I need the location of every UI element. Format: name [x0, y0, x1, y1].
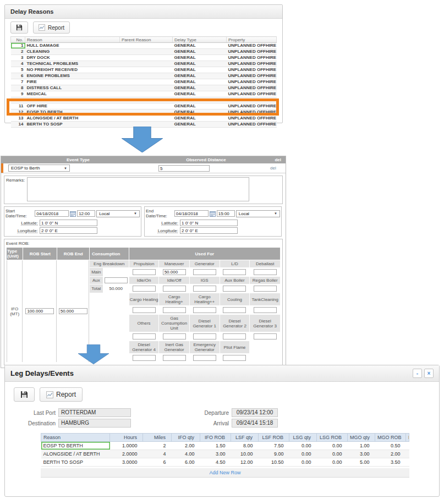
leg-col-mgo-qty[interactable]: MGO qty [348, 434, 375, 442]
aux-eng-breakdown-input[interactable] [105, 277, 128, 283]
delay-reason-row[interactable]: 2CLEANINGGENERALUNPLANNED OFFHIRE [11, 49, 277, 55]
cell-reason: DISTRESS CALL [25, 85, 120, 91]
cell-reason: DRY DOCK [25, 55, 120, 61]
leg-col-mgo-rob[interactable]: MGO ROB [375, 434, 406, 442]
rob-usedfor-input[interactable] [223, 269, 246, 275]
leg-col-ifo-rob[interactable]: IFO ROB [200, 434, 231, 442]
delay-reason-row[interactable]: 4TECHNICAL PROBLEMSGENERALUNPLANNED OFFH… [11, 61, 277, 67]
delay-reason-row[interactable]: 10REPAIRSGENERALUNPLANNED OFFHIRE [11, 97, 277, 103]
remarks-label: Remarks: [6, 177, 27, 202]
start-timezone-select[interactable]: Local ▼ [96, 210, 140, 217]
observed-distance-header: Observed Distance [155, 157, 257, 162]
remarks-textarea[interactable] [27, 177, 249, 201]
minimize-button[interactable]: - [413, 369, 422, 378]
rob-end-input[interactable] [59, 308, 87, 314]
rob-usedfor-input[interactable] [163, 286, 186, 292]
del-link[interactable]: del [270, 166, 276, 171]
cell-no: 14 [11, 122, 25, 128]
rob-usedfor-input[interactable] [163, 307, 186, 313]
col-delay-type[interactable]: Delay Type [173, 37, 227, 43]
leg-col-reason[interactable]: Reason [41, 434, 110, 442]
leg-col-hours[interactable]: Hours [110, 434, 143, 442]
rob-usedfor-input[interactable] [193, 355, 216, 361]
leg-table-row[interactable]: EOSP TO BERTH1.000022.001.508.007.500.00… [41, 442, 409, 450]
delay-reason-row[interactable]: 5NO FREIGHT RECEIVEDGENERALUNPLANNED OFF… [11, 67, 277, 73]
delay-reason-row[interactable]: 8DISTRESS CALLGENERALUNPLANNED OFFHIRE [11, 85, 277, 91]
cell-reason: REPAIRS [25, 97, 120, 103]
rob-usedfor-input[interactable] [254, 307, 277, 313]
rob-usedfor-label: Inert Gas Generator [159, 341, 189, 353]
start-time-input[interactable] [77, 210, 95, 217]
report-button-label: Report [56, 391, 76, 398]
end-timezone-selected: Local [239, 211, 249, 216]
observed-distance-input[interactable] [158, 165, 210, 172]
rob-usedfor-input[interactable] [193, 333, 216, 339]
start-longitude-input[interactable] [40, 227, 97, 234]
col-no[interactable]: No. [11, 37, 25, 43]
rob-usedfor-input[interactable] [193, 307, 216, 313]
leg-table-row[interactable]: ALONGSIDE / AT BERTH2.000044.003.0010.00… [41, 450, 409, 458]
end-latitude-input[interactable] [180, 220, 238, 226]
rob-start-input[interactable] [25, 308, 54, 314]
delay-reason-row[interactable]: 11OFF HIREGENERALUNPLANNED OFFHIRE [11, 103, 277, 109]
start-date-input[interactable] [35, 210, 69, 217]
rob-usedfor-input[interactable] [133, 307, 156, 313]
event-type-select[interactable]: EOSP to Berth ▼ [8, 165, 70, 172]
report-button[interactable]: Report [33, 21, 70, 34]
rob-usedfor-input[interactable] [163, 269, 186, 275]
rob-usedfor-input[interactable] [223, 286, 246, 292]
calendar-icon[interactable] [70, 211, 76, 217]
cell-property: UNPLANNED OFFHIRE [227, 73, 277, 79]
cell-value [406, 450, 409, 458]
rob-usedfor-input[interactable] [133, 333, 156, 339]
rob-usedfor-input[interactable] [193, 286, 216, 292]
calendar-icon[interactable] [210, 211, 216, 217]
rob-usedfor-input[interactable] [254, 269, 277, 275]
delay-reason-row[interactable]: 12EOSP TO BERTHGENERALUNPLANNED OFFHIRE [11, 109, 277, 116]
close-button[interactable]: × [424, 369, 434, 378]
end-longitude-input[interactable] [180, 227, 238, 234]
end-time-input[interactable] [217, 210, 235, 217]
destination-label: Destination [24, 420, 56, 426]
rob-usedfor-label: Maneuver [159, 260, 189, 267]
start-latitude-input[interactable] [40, 220, 97, 226]
delay-reason-row[interactable]: 7FIREGENERALUNPLANNED OFFHIRE [11, 79, 277, 85]
delay-reason-row[interactable]: 6ENGINE PROBLEMSGENERALUNPLANNED OFFHIRE [11, 73, 277, 79]
col-parent-reason[interactable]: Parent Reason [120, 37, 173, 43]
rob-usedfor-input[interactable] [223, 333, 246, 339]
cell-no: 5 [11, 67, 25, 73]
rob-usedfor-input[interactable] [223, 355, 246, 361]
rob-usedfor-input[interactable] [254, 286, 277, 292]
leg-col-remarks[interactable]: Remarks [406, 434, 409, 442]
leg-col-lsf-rob[interactable]: LSF ROB [259, 434, 289, 442]
leg-col-lsg-qty[interactable]: LSG qty [289, 434, 317, 442]
delay-reason-row[interactable]: 3DRY DOCKGENERALUNPLANNED OFFHIRE [11, 55, 277, 61]
leg-col-lsf-qty[interactable]: LSF qty [231, 434, 259, 442]
rob-usedfor-input[interactable] [193, 269, 216, 275]
cell-value: 6.00 [172, 458, 200, 467]
rob-usedfor-input[interactable] [254, 333, 277, 339]
delay-reason-row[interactable]: 13ALONGSIDE / AT BERTHGENERALUNPLANNED O… [11, 116, 277, 122]
rob-usedfor-input[interactable] [223, 307, 246, 313]
rob-usedfor-label: Regas Boiler [250, 277, 280, 284]
leg-col-lsg-rob[interactable]: LSG ROB [317, 434, 348, 442]
add-new-row-link[interactable]: Add New Row [209, 470, 240, 475]
rob-usedfor-input[interactable] [133, 355, 156, 361]
rob-usedfor-input[interactable] [163, 333, 186, 339]
save-button[interactable] [10, 21, 28, 34]
col-reason[interactable]: Reason [25, 37, 120, 43]
delay-reason-row[interactable]: 9MEDICALGENERALUNPLANNED OFFHIRE [11, 91, 277, 97]
rob-usedfor-input[interactable] [163, 355, 186, 361]
leg-col-miles[interactable]: Miles [143, 434, 172, 442]
departure-value: 09/23/14 12:00 [232, 408, 278, 417]
save-button[interactable] [14, 387, 35, 402]
rob-usedfor-input[interactable] [133, 286, 156, 292]
end-timezone-select[interactable]: Local ▼ [236, 210, 280, 217]
leg-col-ifo-qty[interactable]: IFO qty [172, 434, 200, 442]
end-date-input[interactable] [174, 210, 209, 217]
leg-table-row[interactable]: BERTH TO SOSP3.000066.004.5012.0010.500.… [41, 458, 409, 467]
report-button[interactable]: Report [40, 387, 83, 402]
col-property[interactable]: Property [227, 37, 277, 43]
rob-usedfor-input[interactable] [133, 269, 156, 275]
delay-reason-row[interactable]: 1HULL DAMAGEGENERALUNPLANNED OFFHIRE [11, 43, 277, 49]
